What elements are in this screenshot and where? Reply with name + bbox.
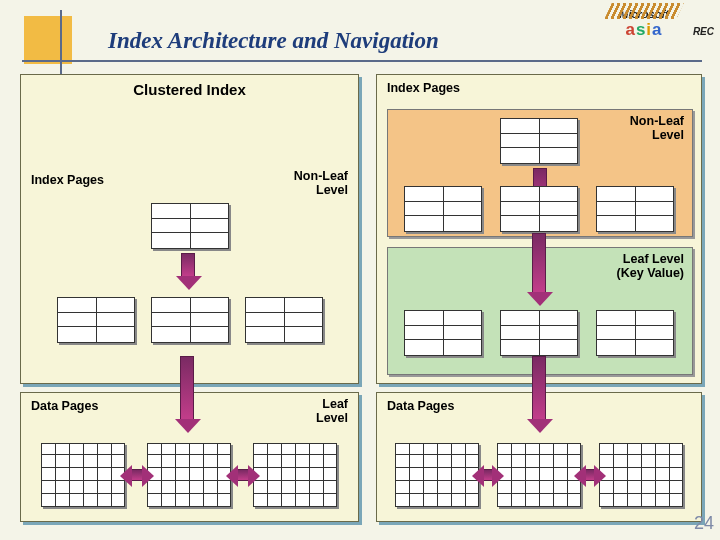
mini-table <box>151 203 229 249</box>
label-nonleaf-left: Non-Leaf Level <box>294 169 348 197</box>
arrow-down-icon <box>181 253 195 277</box>
logo-text-bottom: asia <box>608 20 680 40</box>
mini-table <box>500 118 578 164</box>
label-data-pages-right: Data Pages <box>387 399 454 413</box>
mini-table <box>500 310 578 356</box>
label-leaf-level: Leaf Level <box>316 397 348 425</box>
mini-table <box>596 186 674 232</box>
mini-table <box>500 186 578 232</box>
data-page <box>395 443 479 507</box>
data-page <box>253 443 337 507</box>
slide-title: Index Architecture and Navigation <box>108 28 439 54</box>
title-underline <box>22 60 702 62</box>
panel-clustered: Clustered Index Index Pages Non-Leaf Lev… <box>20 74 359 384</box>
data-page <box>497 443 581 507</box>
nonleaf-box: Non-Leaf Level <box>387 109 693 237</box>
data-page <box>41 443 125 507</box>
label-index-pages-left: Index Pages <box>31 173 104 187</box>
logo: Microsoft asia <box>608 8 680 40</box>
accent-block <box>24 16 72 64</box>
harrow-icon <box>237 469 249 481</box>
mini-table <box>404 186 482 232</box>
arrow-down-icon <box>180 356 194 420</box>
arrow-down-icon <box>532 356 546 420</box>
page-number: 24 <box>694 513 714 534</box>
label-leaf-right: Leaf Level (Key Value) <box>617 252 684 280</box>
harrow-icon <box>483 469 493 481</box>
panel-nonclustered: Index Pages Non-Leaf Level Leaf Level (K… <box>376 74 702 384</box>
label-data-pages-left: Data Pages <box>31 399 98 413</box>
arrow-down-icon <box>532 233 546 293</box>
label-nonleaf-right: Non-Leaf Level <box>630 114 684 142</box>
data-page <box>599 443 683 507</box>
clustered-heading: Clustered Index <box>21 81 358 98</box>
mini-table <box>151 297 229 343</box>
mini-table <box>245 297 323 343</box>
data-page <box>147 443 231 507</box>
mini-table <box>596 310 674 356</box>
rec-label: REC <box>693 26 714 37</box>
label-index-pages-right: Index Pages <box>387 81 460 95</box>
harrow-icon <box>585 469 595 481</box>
mini-table <box>57 297 135 343</box>
mini-table <box>404 310 482 356</box>
harrow-icon <box>131 469 143 481</box>
